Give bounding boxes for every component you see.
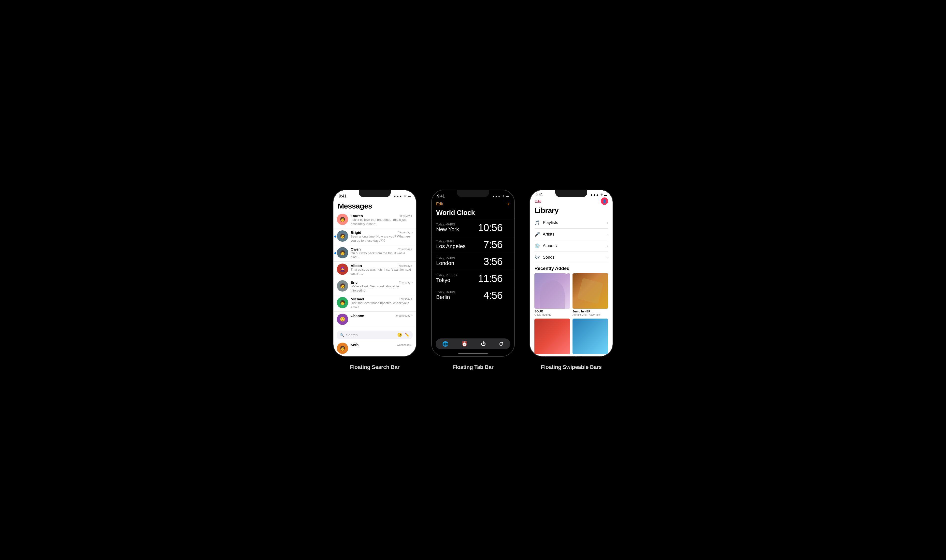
clock-location-london: Today, +5HRS London bbox=[436, 257, 455, 266]
album-art-jump bbox=[573, 273, 608, 309]
clock-edit-button[interactable]: Edit bbox=[436, 202, 443, 206]
message-item-chance[interactable]: 😊 Chance Wednesday > bbox=[333, 312, 416, 327]
clock-add-button[interactable]: + bbox=[507, 201, 510, 207]
music-title: Library bbox=[530, 206, 613, 217]
message-item-owen[interactable]: 🧑 Owen Yesterday > On our way back from … bbox=[333, 245, 416, 262]
msg-name-owen: Owen bbox=[351, 247, 361, 251]
msg-content-alison: Alison Yesterday > That episode was nuts… bbox=[351, 263, 413, 276]
album-name-four: MOVE bbox=[573, 355, 608, 356]
clock-phone-wrapper: 9:41 ▲▲▲ ᪣ ▬ Edit + World Clock bbox=[431, 189, 515, 371]
clock-time-tokyo: 11:56 bbox=[478, 272, 502, 284]
clock-city-la: Los Angeles bbox=[436, 243, 465, 249]
clock-time-berlin: 4:56 bbox=[483, 289, 502, 301]
library-item-albums[interactable]: 💿 Albums › bbox=[535, 240, 608, 252]
msg-name-lauren: Lauren bbox=[351, 214, 363, 218]
album-name-three: Album 3 bbox=[535, 355, 570, 356]
clock-battery-icon: ▬ bbox=[506, 194, 509, 198]
album-name-jump: Jump In - EP bbox=[573, 310, 608, 313]
page-container: 9:41 ▲▲▲ ᪣ ▬ Messages 🧑 bbox=[301, 189, 645, 371]
tab-timer[interactable]: ⏱ bbox=[495, 341, 508, 347]
msg-content-michael: Michael Thursday > Just shot over those … bbox=[351, 297, 413, 309]
compose-icon[interactable]: ✏️ bbox=[405, 332, 410, 337]
msg-content-brigid: Brigid Yesterday > Been a long time! How… bbox=[351, 231, 413, 243]
clock-time-la: 7:56 bbox=[483, 239, 502, 250]
msg-preview-eric: We're all set. Next week should be inter… bbox=[351, 285, 413, 293]
avatar-brigid: 🧑 bbox=[337, 231, 348, 242]
songs-chevron: › bbox=[607, 255, 608, 259]
clock-offset-newyork: Today, +0HRS bbox=[436, 223, 459, 226]
clock-ampm-la: AM bbox=[502, 244, 510, 249]
avatar-michael: 🧑 bbox=[337, 297, 348, 308]
tab-alarm[interactable]: ⏰ bbox=[457, 341, 472, 347]
user-avatar[interactable]: 👤 bbox=[601, 197, 608, 205]
clock-wifi-icon: ᪣ bbox=[502, 194, 505, 198]
clock-title: World Clock bbox=[432, 209, 514, 219]
music-signal-icon: ▲▲▲ bbox=[590, 193, 599, 197]
clock-time-newyork: 10:56 bbox=[478, 222, 502, 233]
message-item-lauren[interactable]: 🧑 Lauren 9:35 AM > I can't believe that … bbox=[333, 212, 416, 228]
msg-name-michael: Michael bbox=[351, 297, 364, 301]
message-item-eric[interactable]: 🧑 Eric Thursday > We're all set. Next we… bbox=[333, 278, 416, 295]
emoji-icon[interactable]: 🙂 bbox=[398, 332, 402, 337]
clock-ampm-berlin: PM bbox=[502, 294, 510, 300]
msg-content-owen: Owen Yesterday > On our way back from th… bbox=[351, 247, 413, 260]
avatar-lauren: 🧑 bbox=[337, 214, 348, 225]
music-edit-button[interactable]: Edit bbox=[535, 199, 541, 203]
msg-name-seth: Seth bbox=[351, 343, 359, 347]
tab-world-clock[interactable]: 🌐 bbox=[438, 341, 453, 347]
msg-preview-lauren: I can't believe that happened, that's ju… bbox=[351, 218, 413, 226]
message-item-brigid[interactable]: 🧑 Brigid Yesterday > Been a long time! H… bbox=[333, 228, 416, 245]
clock-city-london: London bbox=[436, 260, 455, 266]
msg-content-chance: Chance Wednesday > bbox=[351, 314, 413, 318]
clock-item-berlin: Today, +6HRS Berlin 4:56PM bbox=[432, 287, 514, 304]
avatar-alison: 🧕 bbox=[337, 263, 348, 275]
msg-time-lauren: 9:35 AM > bbox=[400, 214, 413, 217]
person-silhouette bbox=[540, 280, 565, 309]
clock-item-la: Today, -3HRS Los Angeles 7:56AM bbox=[432, 236, 514, 253]
album-artist-sour: Olivia Rodrigo bbox=[535, 313, 570, 316]
message-item-alison[interactable]: 🧕 Alison Yesterday > That episode was nu… bbox=[333, 262, 416, 278]
floating-search-bar[interactable]: 🔍 Search 🙂 ✏️ bbox=[337, 331, 413, 339]
albums-icon: 💿 bbox=[535, 243, 540, 249]
album-item-four[interactable]: MOVE MOVE bbox=[573, 318, 608, 356]
clock-ampm-london: PM bbox=[502, 261, 510, 266]
avatar-seth: 🧑 bbox=[337, 343, 348, 354]
search-actions: 🙂 ✏️ bbox=[398, 332, 410, 337]
library-item-artists[interactable]: 🎤 Artists › bbox=[535, 229, 608, 240]
message-item-seth[interactable]: 🧑 Seth Wednesday › bbox=[333, 341, 416, 356]
floating-tab-bar: 🌐 ⏰ ⏻ ⏱ bbox=[436, 338, 510, 349]
tab-stopwatch[interactable]: ⏻ bbox=[476, 341, 490, 347]
playlists-label: Playlists bbox=[543, 220, 604, 225]
albums-label: Albums bbox=[543, 243, 604, 248]
clock-status-icons: ▲▲▲ ᪣ ▬ bbox=[491, 194, 509, 198]
message-list: 🧑 Lauren 9:35 AM > I can't believe that … bbox=[333, 212, 416, 329]
msg-top-seth: Seth Wednesday › bbox=[351, 343, 413, 347]
home-bar bbox=[458, 353, 488, 354]
msg-name-chance: Chance bbox=[351, 314, 364, 318]
library-item-songs[interactable]: 🎶 Songs › bbox=[535, 252, 608, 263]
message-item-michael[interactable]: 🧑 Michael Thursday > Just shot over thos… bbox=[333, 295, 416, 312]
clock-city-newyork: New York bbox=[436, 226, 459, 232]
library-item-playlists[interactable]: 🎵 Playlists › bbox=[535, 217, 608, 229]
clock-time-display-newyork: 10:56AM bbox=[478, 222, 510, 234]
msg-preview-owen: On our way back from the trip, it was a … bbox=[351, 251, 413, 260]
search-input[interactable]: Search bbox=[346, 333, 395, 337]
music-wifi-icon: ᪣ bbox=[600, 193, 603, 197]
clock-city-berlin: Berlin bbox=[436, 294, 455, 300]
clock-status-bar: 9:41 ▲▲▲ ᪣ ▬ bbox=[432, 190, 514, 200]
album-item-jump[interactable]: Jump In - EP Atomic Drum Assembly bbox=[573, 273, 608, 316]
clock-offset-tokyo: Today, +13HRS bbox=[436, 274, 457, 277]
music-status-icons: ▲▲▲ ᪣ ▬ bbox=[590, 193, 607, 197]
music-status-bar: 9:41 ▲▲▲ ᪣ ▬ bbox=[530, 190, 613, 197]
messages-phone-wrapper: 9:41 ▲▲▲ ᪣ ▬ Messages 🧑 bbox=[333, 189, 416, 371]
msg-top-chance: Chance Wednesday > bbox=[351, 314, 413, 318]
album-art-three bbox=[535, 318, 570, 354]
messages-title: Messages bbox=[338, 202, 411, 210]
album-art-sour bbox=[535, 273, 570, 309]
msg-preview-alison: That episode was nuts. I can't wait for … bbox=[351, 268, 413, 276]
album-item-three[interactable]: Album 3 bbox=[535, 318, 570, 356]
clock-screen: 9:41 ▲▲▲ ᪣ ▬ Edit + World Clock bbox=[432, 190, 514, 356]
msg-content-seth: Seth Wednesday › bbox=[351, 343, 413, 347]
album-item-sour[interactable]: SOUR Olivia Rodrigo bbox=[535, 273, 570, 316]
music-phone-label: Floating Swipeable Bars bbox=[541, 364, 601, 371]
